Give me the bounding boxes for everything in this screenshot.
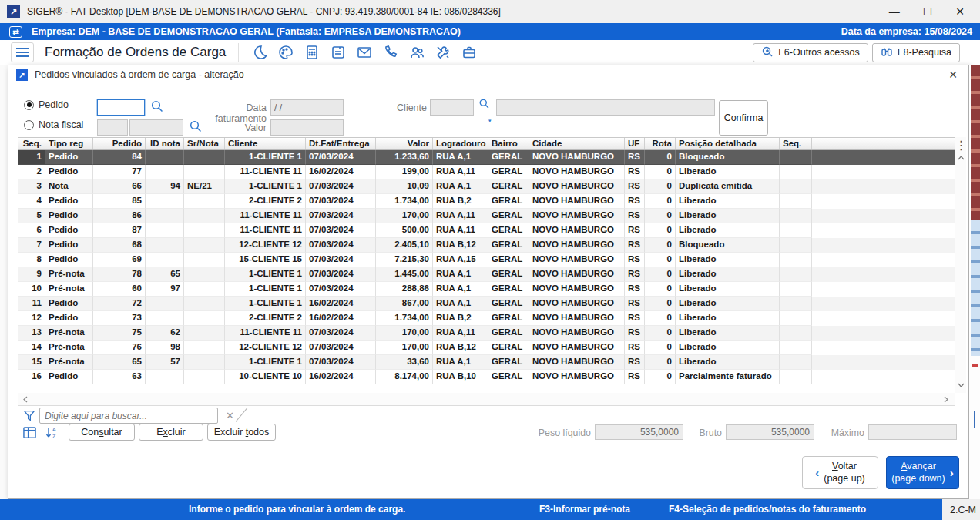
table-cell — [146, 223, 184, 238]
table-row[interactable]: 16Pedido6310-CLIENTE 1016/02/20248.174,0… — [18, 370, 955, 384]
excluir-todos-button[interactable]: Excluir todos — [207, 424, 276, 441]
scroll-left-icon[interactable] — [20, 394, 31, 404]
table-cell: GERAL — [488, 238, 529, 253]
close-button[interactable]: ✕ — [955, 5, 965, 18]
scroll-down-icon[interactable] — [955, 379, 967, 391]
column-header[interactable]: ID nota — [146, 138, 184, 149]
radio-dot — [24, 120, 34, 130]
filter-funnel-icon[interactable] — [22, 408, 36, 425]
column-header[interactable]: UF — [625, 138, 645, 149]
radio-nota-fiscal[interactable]: Nota fiscal — [24, 119, 83, 130]
table-cell: 13 — [18, 326, 45, 341]
avancar-page-down-button[interactable]: Avançar(page down) › — [886, 456, 959, 489]
cliente-search-icon[interactable] — [478, 98, 490, 112]
maximize-button[interactable]: ☐ — [923, 5, 933, 18]
scroll-up-icon[interactable] — [955, 152, 967, 164]
column-header[interactable]: Tipo reg — [45, 138, 93, 149]
table-cell: 199,00 — [376, 165, 433, 179]
menu-hamburger-icon[interactable] — [11, 42, 34, 62]
cliente-codigo-field[interactable] — [430, 99, 474, 116]
confirma-button[interactable]: Confirma — [719, 100, 768, 136]
column-header[interactable]: Seq. — [780, 138, 812, 149]
table-cell: Pedido — [45, 311, 93, 326]
vertical-scrollbar[interactable]: ⋮ — [955, 137, 966, 393]
table-row[interactable]: 11Pedido721-CLIENTE 116/02/2024867,00RUA… — [18, 297, 955, 311]
calculator-icon[interactable] — [304, 44, 321, 61]
scroll-right-icon[interactable] — [941, 394, 951, 404]
table-row[interactable]: 2Pedido7711-CLIENTE 1116/02/2024199,00RU… — [18, 165, 955, 179]
table-cell — [184, 150, 225, 165]
column-menu-icon[interactable]: ⋮ — [955, 139, 967, 151]
table-row[interactable]: 10Pré-nota60971-CLIENTE 107/03/2024288,8… — [18, 282, 955, 297]
voltar-page-up-button[interactable]: ‹ Voltar(page up) — [802, 456, 878, 489]
radio-pedido[interactable]: Pedido — [24, 99, 69, 110]
table-cell — [780, 326, 812, 341]
table-cell — [184, 282, 225, 297]
column-header[interactable]: Bairro — [488, 138, 529, 149]
column-header[interactable]: Cidade — [529, 138, 625, 149]
column-header[interactable]: Sr/Nota — [184, 138, 225, 149]
clear-search-icon[interactable]: ✕ — [226, 410, 234, 421]
column-header[interactable]: Logradouro — [433, 138, 488, 149]
grid-search-input[interactable] — [39, 408, 218, 424]
table-cell: RS — [625, 223, 645, 238]
table-row[interactable]: 13Pré-nota756211-CLIENTE 1107/03/2024170… — [18, 326, 955, 341]
pedido-input[interactable] — [97, 99, 145, 116]
table-cell: NOVO HAMBURGO — [529, 150, 625, 165]
table-row[interactable]: 4Pedido852-CLIENTE 207/03/20241.734,00RU… — [18, 194, 955, 209]
table-row[interactable]: 6Pedido8711-CLIENTE 1107/03/2024500,00RU… — [18, 223, 955, 238]
table-row[interactable]: 9Pré-nota78651-CLIENTE 107/03/20241.445,… — [18, 267, 955, 282]
moon-icon[interactable] — [251, 44, 268, 61]
palette-icon[interactable] — [277, 44, 294, 61]
tools-icon[interactable] — [435, 44, 451, 61]
column-header[interactable]: Rota — [645, 138, 676, 149]
columns-icon[interactable] — [22, 426, 37, 442]
pedido-search-icon[interactable] — [150, 99, 164, 116]
briefcase-icon[interactable] — [461, 44, 478, 61]
table-cell: Parcialmente faturado — [676, 370, 780, 384]
minimize-button[interactable]: — — [889, 5, 900, 18]
table-cell: NOVO HAMBURGO — [529, 326, 625, 341]
column-header[interactable]: Valor — [376, 138, 433, 149]
users-icon[interactable] — [408, 44, 425, 61]
table-row[interactable]: 5Pedido8611-CLIENTE 1107/03/2024170,00RU… — [18, 209, 955, 223]
table-row[interactable]: 3Nota6694NE/211-CLIENTE 107/03/202410,09… — [18, 179, 955, 194]
table-cell: Liberado — [676, 326, 780, 341]
column-header[interactable]: Pedido — [93, 138, 146, 149]
nota-serie-input[interactable] — [97, 119, 128, 136]
column-header[interactable]: Seq. — [18, 138, 45, 149]
table-row[interactable]: 1Pedido841-CLIENTE 107/03/20241.233,60RU… — [18, 150, 955, 165]
excluir-button[interactable]: Excluir — [139, 424, 203, 441]
table-cell: NOVO HAMBURGO — [529, 267, 625, 282]
valor-label: Valor — [220, 122, 267, 133]
table-cell: Pré-nota — [45, 355, 93, 370]
table-row[interactable]: 7Pedido6812-CLIENTE 1207/03/20242.405,10… — [18, 238, 955, 253]
table-cell: 07/03/2024 — [306, 355, 376, 370]
sort-icon[interactable]: AZ — [44, 425, 59, 443]
mail-icon[interactable] — [356, 44, 373, 61]
table-cell: NOVO HAMBURGO — [529, 179, 625, 194]
table-row[interactable]: 14Pré-nota769812-CLIENTE 1207/03/2024170… — [18, 341, 955, 355]
cliente-dropdown-icon[interactable]: ▾ — [488, 118, 492, 124]
horizontal-scrollbar[interactable] — [18, 393, 955, 406]
f8-search-button[interactable]: F8-Pesquisa — [872, 43, 960, 62]
table-row[interactable]: 8Pedido6915-CLIENTE 1507/03/20247.215,30… — [18, 253, 955, 267]
swap-company-icon[interactable]: ⇄ — [9, 26, 22, 38]
nota-numero-input[interactable] — [129, 119, 183, 136]
consultar-button[interactable]: Consultar — [69, 424, 135, 441]
table-cell: 0 — [645, 311, 676, 326]
table-cell: RS — [625, 267, 645, 282]
table-cell: 0 — [645, 209, 676, 223]
column-header[interactable]: Dt.Fat/Entrega — [306, 138, 376, 149]
table-row[interactable]: 12Pedido732-CLIENTE 216/02/20241.734,00R… — [18, 311, 955, 326]
table-cell: Liberado — [676, 253, 780, 267]
table-cell: Pedido — [45, 238, 93, 253]
column-header[interactable]: Cliente — [225, 138, 306, 149]
table-row[interactable]: 15Pré-nota65571-CLIENTE 107/03/202433,60… — [18, 355, 955, 370]
table-cell: NOVO HAMBURGO — [529, 341, 625, 355]
dialog-close-icon[interactable]: ✕ — [948, 69, 958, 81]
phone-icon[interactable] — [382, 44, 399, 61]
f6-other-access-button[interactable]: F6-Outros acessos — [753, 43, 868, 62]
notes-icon[interactable] — [330, 44, 347, 61]
column-header[interactable]: Posição detalhada — [676, 138, 780, 149]
